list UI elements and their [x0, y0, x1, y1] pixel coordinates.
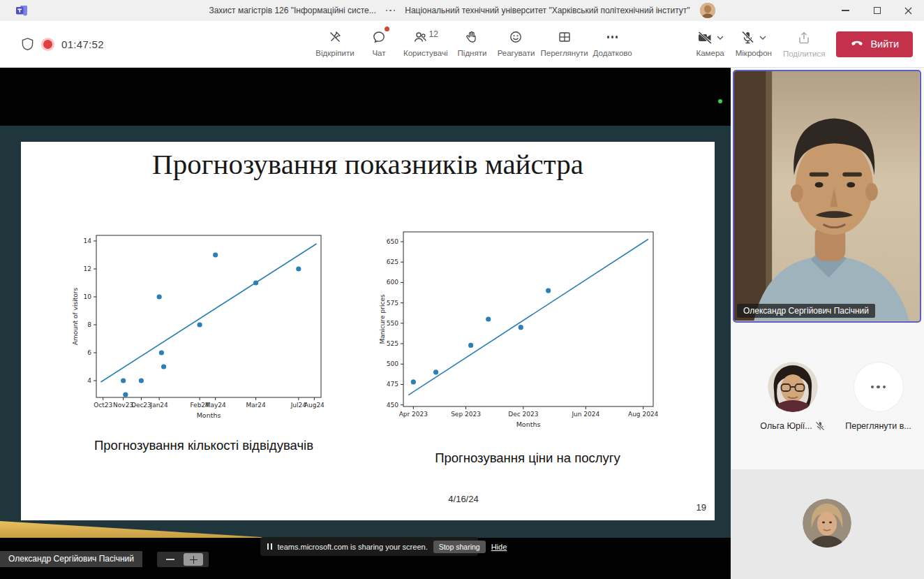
svg-text:Manicure prices: Manicure prices: [379, 294, 386, 344]
zoom-in-button[interactable]: [184, 553, 203, 566]
chat-label: Чат: [372, 49, 385, 57]
shield-icon: [21, 37, 34, 52]
visitors-chart: 468101214Oct23Nov23Dec23Jan24Feb24May24M…: [71, 230, 328, 421]
presentation-slide: Прогнозування показників майстра 4681012…: [0, 126, 731, 538]
svg-text:Oct23: Oct23: [94, 402, 112, 409]
svg-text:10: 10: [84, 293, 92, 300]
svg-text:Sep 2023: Sep 2023: [451, 411, 481, 418]
participant-video-small[interactable]: [803, 499, 851, 548]
svg-text:625: 625: [387, 258, 398, 265]
chat-button[interactable]: Чат: [359, 29, 398, 57]
presenter-name-label: Олександр Сергійович Пасічний: [0, 551, 142, 567]
unpin-label: Відкріпити: [315, 49, 354, 57]
share-toast-text: teams.microsoft.com is sharing your scre…: [278, 543, 428, 551]
participant-olha[interactable]: Ольга Юрії...: [752, 362, 833, 431]
pause-icon[interactable]: [267, 543, 272, 550]
mic-chevron-down-icon[interactable]: [759, 36, 766, 40]
participants-panel: Олександр Сергійович Пасічний Ол: [731, 68, 924, 579]
meeting-toolbar: 01:47:52 Відкріпити: [0, 21, 924, 68]
participant-name: Ольга Юрії...: [760, 421, 812, 431]
chat-icon: [372, 29, 386, 44]
slide-gold-accent: [0, 521, 272, 538]
camera-control[interactable]: Камера: [696, 31, 724, 57]
speaker-video-tile[interactable]: Олександр Сергійович Пасічний: [733, 70, 921, 323]
svg-text:Dec 2023: Dec 2023: [508, 411, 538, 418]
share-toast: teams.microsoft.com is sharing your scre…: [260, 537, 478, 556]
meeting-timer: 01:47:52: [61, 38, 104, 50]
ellipsis-icon: [607, 29, 618, 44]
leave-button[interactable]: Вийти: [836, 31, 913, 57]
minimize-button[interactable]: [830, 0, 861, 21]
slide-content: Прогнозування показників майстра 4681012…: [21, 142, 715, 520]
svg-text:12: 12: [84, 265, 91, 272]
svg-text:6: 6: [87, 349, 91, 356]
raise-hand-button[interactable]: Підняти: [452, 29, 491, 57]
more-button[interactable]: Додатково: [593, 29, 632, 57]
raise-hand-label: Підняти: [458, 49, 487, 57]
panel-bottom-section: [731, 469, 924, 579]
mic-off-icon: [815, 421, 825, 431]
svg-text:450: 450: [387, 402, 398, 409]
share-icon: [797, 31, 811, 45]
people-button[interactable]: 12 Користувачі: [403, 29, 447, 57]
slide-date: 4/16/24: [422, 494, 505, 504]
zoom-out-button[interactable]: [163, 553, 178, 566]
svg-text:600: 600: [387, 279, 398, 286]
close-button[interactable]: [893, 0, 924, 21]
svg-text:Nov23: Nov23: [113, 402, 133, 409]
svg-text:Months: Months: [516, 420, 541, 428]
mic-control[interactable]: Мікрофон: [736, 31, 772, 57]
view-button[interactable]: Переглянути: [540, 29, 588, 57]
titlebar-more-icon[interactable]: [386, 10, 396, 12]
raise-hand-icon: [465, 29, 479, 44]
participant-overflow[interactable]: Переглянути в...: [835, 362, 922, 431]
svg-text:575: 575: [387, 300, 398, 307]
stop-sharing-button[interactable]: Stop sharing: [433, 541, 486, 553]
close-icon: [904, 7, 912, 15]
titlebar-avatar[interactable]: [700, 3, 715, 18]
participant-video-image: [803, 499, 851, 548]
people-icon: 12: [413, 29, 438, 44]
mic-label: Мікрофон: [736, 49, 772, 57]
people-count: 12: [429, 29, 438, 39]
hide-toast-link[interactable]: Hide: [491, 543, 507, 551]
svg-text:550: 550: [387, 320, 398, 327]
people-label: Користувачі: [403, 49, 447, 57]
svg-text:Amount of visitors: Amount of visitors: [72, 288, 79, 346]
svg-text:4: 4: [87, 377, 91, 384]
camera-label: Камера: [696, 49, 724, 57]
chart-caption-left: Прогнозування кількості відвідувачів: [57, 438, 350, 453]
share-label: Поділитися: [783, 50, 825, 58]
teams-meeting-window: Захист магістрів 126 "Інформаційні систе…: [0, 0, 924, 579]
maximize-icon: [874, 7, 881, 14]
svg-text:Aug24: Aug24: [304, 402, 325, 409]
mic-off-icon: [740, 31, 755, 45]
share-button[interactable]: Поділитися: [783, 31, 825, 58]
slide-page-number: 19: [696, 502, 706, 513]
prices-chart: 450475500525550575600625650Apr 2023Sep 2…: [378, 226, 660, 430]
participant-avatar: [768, 362, 818, 412]
participant-name: Переглянути в...: [845, 421, 911, 431]
svg-text:500: 500: [387, 360, 398, 367]
titlebar-titles: Захист магістрів 126 "Інформаційні систе…: [0, 0, 924, 21]
recording-status: 01:47:52: [21, 21, 104, 67]
toolbar-right-buttons: Камера Мікрофон: [696, 21, 913, 67]
camera-chevron-down-icon[interactable]: [717, 36, 724, 40]
svg-text:8: 8: [87, 321, 91, 328]
react-button[interactable]: Реагувати: [496, 29, 535, 57]
toolbar-center-buttons: Відкріпити Чат: [315, 21, 632, 67]
more-label: Додатково: [593, 49, 632, 57]
unpin-button[interactable]: Відкріпити: [315, 29, 355, 57]
svg-text:Months: Months: [197, 411, 221, 419]
speaker-video: [734, 71, 919, 321]
zoom-in-icon: [190, 556, 198, 564]
org-title: Національний технічний університет "Харк…: [405, 6, 690, 15]
svg-text:Mar24: Mar24: [246, 402, 266, 409]
view-label: Переглянути: [540, 49, 588, 57]
window-controls: [830, 0, 924, 21]
smiley-icon: [509, 29, 523, 44]
maximize-button[interactable]: [861, 0, 893, 21]
leave-label: Вийти: [870, 38, 899, 50]
shared-screen-stage: Прогнозування показників майстра 4681012…: [0, 68, 731, 579]
svg-text:May24: May24: [205, 402, 226, 409]
